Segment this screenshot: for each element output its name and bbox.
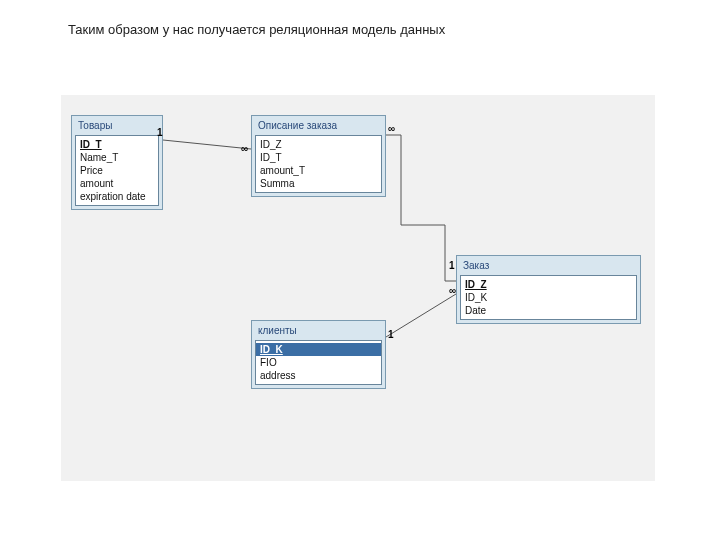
cardinality-label: ∞ [388, 123, 395, 134]
entity-opisanie-zakaza[interactable]: Описание заказа ID_Z ID_T amount_T Summa [251, 115, 386, 197]
field[interactable]: ID_T [260, 151, 377, 164]
field[interactable]: ID_K [465, 291, 632, 304]
field[interactable]: ID_Z [465, 278, 632, 291]
field[interactable]: amount [80, 177, 154, 190]
entity-zakaz[interactable]: Заказ ID_Z ID_K Date [456, 255, 641, 324]
diagram-canvas: Товары ID_T Name_T Price amount expirati… [61, 95, 655, 481]
entity-title: Описание заказа [252, 116, 385, 135]
field[interactable]: Price [80, 164, 154, 177]
entity-fields: ID_Z ID_K Date [460, 275, 637, 320]
entity-klienty[interactable]: клиенты ID_K FIO address [251, 320, 386, 389]
field[interactable]: Date [465, 304, 632, 317]
cardinality-label: ∞ [241, 143, 248, 154]
cardinality-label: 1 [157, 127, 163, 138]
entity-fields: ID_T Name_T Price amount expiration date [75, 135, 159, 206]
field[interactable]: amount_T [260, 164, 377, 177]
field[interactable]: ID_K [256, 343, 381, 356]
entity-tovary[interactable]: Товары ID_T Name_T Price amount expirati… [71, 115, 163, 210]
cardinality-label: 1 [449, 260, 455, 271]
field[interactable]: Summa [260, 177, 377, 190]
entity-title: клиенты [252, 321, 385, 340]
field[interactable]: Name_T [80, 151, 154, 164]
page-caption: Таким образом у нас получается реляционн… [0, 0, 720, 37]
cardinality-label: 1 [388, 329, 394, 340]
field[interactable]: FIO [260, 356, 377, 369]
field[interactable]: address [260, 369, 377, 382]
field[interactable]: ID_T [80, 138, 154, 151]
entity-title: Заказ [457, 256, 640, 275]
entity-fields: ID_K FIO address [255, 340, 382, 385]
cardinality-label: ∞ [449, 285, 456, 296]
field[interactable]: ID_Z [260, 138, 377, 151]
field[interactable]: expiration date [80, 190, 154, 203]
entity-fields: ID_Z ID_T amount_T Summa [255, 135, 382, 193]
entity-title: Товары [72, 116, 162, 135]
